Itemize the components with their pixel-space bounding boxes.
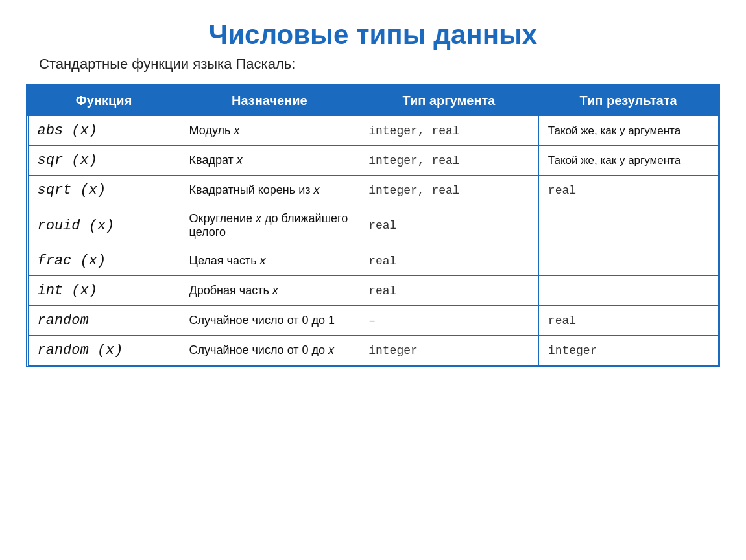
table-row: random (x)Случайное число от 0 до xinteg… (28, 336, 718, 366)
cell-argtype: integer, real (359, 146, 539, 176)
table-row: rouid (x)Округление x до ближайшего цело… (28, 205, 718, 246)
table-row: abs (x)Модуль xinteger, realТакой же, ка… (28, 115, 718, 146)
cell-restype: Такой же, как у аргумента (538, 115, 718, 146)
cell-argtype: integer, real (359, 176, 539, 205)
main-table-wrapper: Функция Назначение Тип аргумента Тип рез… (26, 84, 720, 367)
header-argtype: Тип аргумента (359, 86, 539, 115)
cell-argtype: real (359, 246, 539, 276)
cell-restype: Такой же, как у аргумента (538, 146, 718, 176)
cell-func: rouid (x) (28, 205, 180, 246)
header-func: Функция (28, 86, 180, 115)
cell-purpose: Квадратный корень из x (180, 176, 359, 205)
cell-func: int (x) (28, 276, 180, 306)
table-row: frac (x)Целая часть xreal (28, 246, 718, 276)
table-header-row: Функция Назначение Тип аргумента Тип рез… (28, 86, 718, 115)
page-title: Числовые типы данных (209, 19, 537, 51)
cell-argtype: integer, real (359, 115, 539, 146)
cell-purpose: Модуль x (180, 115, 359, 146)
cell-purpose: Округление x до ближайшего целого (180, 205, 359, 246)
cell-func: random (28, 306, 180, 336)
header-purpose: Назначение (180, 86, 359, 115)
cell-restype (538, 276, 718, 306)
table-body: abs (x)Модуль xinteger, realТакой же, ка… (28, 115, 718, 366)
cell-argtype: real (359, 205, 539, 246)
cell-restype: integer (538, 336, 718, 366)
subtitle: Стандартные функции языка Паскаль: (26, 56, 720, 73)
cell-func: sqr (x) (28, 146, 180, 176)
cell-restype (538, 205, 718, 246)
cell-restype: real (538, 176, 718, 205)
cell-purpose: Случайное число от 0 до 1 (180, 306, 359, 336)
header-restype: Тип результата (538, 86, 718, 115)
cell-purpose: Квадрат x (180, 146, 359, 176)
cell-restype (538, 246, 718, 276)
cell-purpose: Целая часть x (180, 246, 359, 276)
table-row: sqr (x)Квадрат xinteger, realТакой же, к… (28, 146, 718, 176)
cell-purpose: Дробная часть x (180, 276, 359, 306)
cell-argtype: integer (359, 336, 539, 366)
table-row: sqrt (x)Квадратный корень из xinteger, r… (28, 176, 718, 205)
functions-table: Функция Назначение Тип аргумента Тип рез… (27, 86, 719, 366)
table-row: randomСлучайное число от 0 до 1–real (28, 306, 718, 336)
cell-func: random (x) (28, 336, 180, 366)
cell-purpose: Случайное число от 0 до x (180, 336, 359, 366)
cell-func: abs (x) (28, 115, 180, 146)
cell-func: sqrt (x) (28, 176, 180, 205)
cell-restype: real (538, 306, 718, 336)
cell-argtype: real (359, 276, 539, 306)
cell-argtype: – (359, 306, 539, 336)
cell-func: frac (x) (28, 246, 180, 276)
table-row: int (x)Дробная часть xreal (28, 276, 718, 306)
